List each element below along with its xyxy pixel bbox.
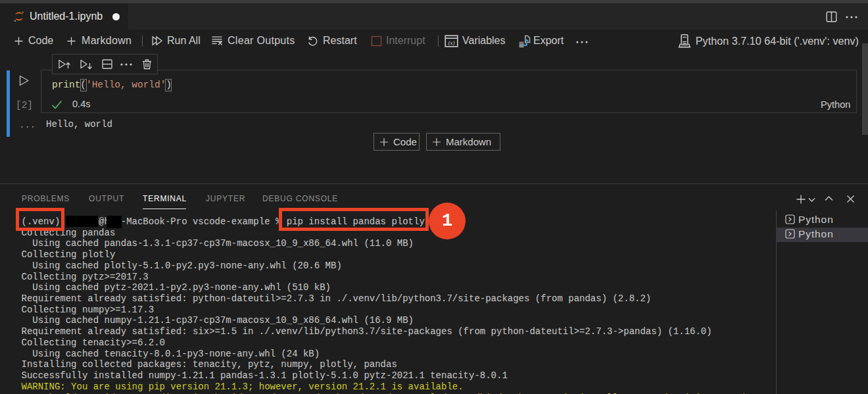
svg-text:(x): (x) xyxy=(448,39,455,46)
